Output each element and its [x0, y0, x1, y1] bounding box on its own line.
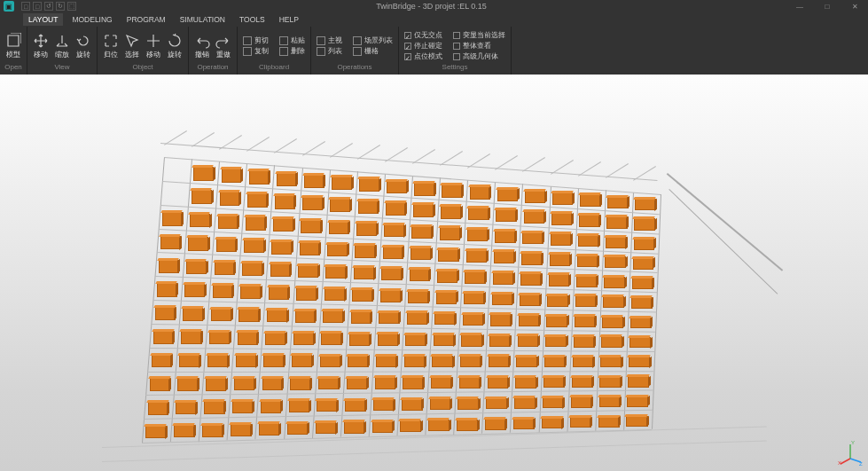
- item-label: 突显当前选择: [463, 30, 505, 40]
- ribbon-item-list[interactable]: 列表: [315, 46, 344, 56]
- ribbon-btn-fit[interactable]: 归位: [101, 33, 121, 59]
- axis-y-label: Y: [851, 441, 855, 445]
- ribbon-btn-move2[interactable]: 移动: [144, 33, 163, 59]
- item-label: 整体查看: [463, 41, 491, 51]
- window-controls: — □ ✕: [786, 0, 868, 12]
- ribbon-item-cut[interactable]: 剪切: [241, 35, 270, 45]
- ribbon-group-operation: 撤销重做Operation: [189, 27, 238, 75]
- ribbon-item-paste[interactable]: 粘贴: [278, 35, 307, 45]
- item-label: 主视: [328, 35, 342, 45]
- quick-button-1[interactable]: □: [33, 2, 42, 11]
- ribbon-item-r3a[interactable]: 点位模式: [403, 51, 444, 61]
- rotate-icon: [75, 33, 91, 49]
- ribbon-item-r3b[interactable]: 高级几何体: [451, 51, 507, 61]
- ribbon-btn-scale[interactable]: 缩放: [52, 33, 72, 59]
- ribbon-group-open: 模型Open: [0, 27, 27, 75]
- checkbox-icon: [404, 32, 411, 39]
- ribbon-group-label: View: [31, 63, 93, 74]
- ribbon-item-r1b[interactable]: 突显当前选择: [451, 30, 507, 40]
- item-label: 列表: [328, 46, 342, 56]
- app-icon: ▣: [4, 1, 14, 12]
- ribbon-item-r1a[interactable]: 仅无交点: [403, 30, 444, 40]
- menu-tab-layout[interactable]: LAYOUT: [23, 13, 63, 26]
- ribbon-btn-rotate[interactable]: 旋转: [74, 33, 93, 59]
- menu-tab-help[interactable]: HELP: [274, 13, 304, 26]
- ribbon-btn-select[interactable]: 选择: [122, 33, 142, 59]
- item-label: 栅格: [364, 46, 379, 56]
- model-icon: [5, 33, 21, 49]
- move2-icon: [145, 33, 161, 49]
- ribbon-group-operations: 主视列表场景列表栅格Operations: [311, 27, 399, 75]
- ribbon-item-delete[interactable]: 删除: [278, 46, 307, 56]
- ribbon-btn-label: 旋转: [76, 50, 90, 59]
- ribbon-btn-label: 撤销: [195, 50, 209, 59]
- checkbox-icon: [453, 43, 460, 50]
- item-icon: [317, 36, 325, 45]
- fit-icon: [103, 33, 119, 49]
- checkbox-icon: [453, 53, 460, 60]
- menu-tabs: LAYOUTMODELINGPROGRAMSIMULATIONTOOLSHELP: [0, 12, 868, 27]
- item-label: 停止碰定: [414, 41, 442, 51]
- ribbon-item-top[interactable]: 主视: [315, 35, 344, 45]
- viewport-3d[interactable]: Y X Z: [0, 75, 868, 471]
- item-label: 仅无交点: [414, 30, 442, 40]
- ribbon-group-object: 归位选择移动旋转Object: [98, 27, 189, 75]
- rot2-icon: [167, 33, 183, 49]
- ribbon-toolbar: 模型Open移动缩放旋转View归位选择移动旋转Object撤销重做Operat…: [0, 27, 868, 75]
- menu-tab-program[interactable]: PROGRAM: [121, 13, 171, 26]
- checkbox-icon: [453, 32, 460, 39]
- maximize-button[interactable]: □: [814, 0, 841, 12]
- svg-line-1: [841, 459, 850, 464]
- ribbon-btn-label: 移动: [146, 50, 160, 59]
- quick-access-toolbar: □□↺↻⬚: [21, 2, 76, 11]
- ribbon-btn-redo[interactable]: 重做: [214, 33, 233, 59]
- quick-button-4[interactable]: ⬚: [67, 2, 76, 11]
- select-icon: [124, 33, 140, 49]
- item-icon: [279, 47, 288, 56]
- item-icon: [317, 47, 325, 56]
- ribbon-group-label: Object: [101, 63, 184, 74]
- ribbon-btn-label: 选择: [125, 50, 139, 59]
- scale-icon: [54, 33, 70, 49]
- item-label: 点位模式: [414, 51, 442, 61]
- checkbox-icon: [404, 53, 411, 60]
- quick-button-0[interactable]: □: [21, 2, 30, 11]
- menu-tab-tools[interactable]: TOOLS: [234, 13, 270, 26]
- ribbon-btn-model[interactable]: 模型: [4, 33, 23, 59]
- ribbon-item-r2b[interactable]: 整体查看: [451, 41, 507, 51]
- ribbon-group-label: Operations: [315, 63, 395, 74]
- item-label: 粘贴: [291, 35, 305, 45]
- item-label: 复制: [254, 46, 269, 56]
- quick-button-3[interactable]: ↻: [56, 2, 65, 11]
- undo-icon: [194, 33, 210, 49]
- ribbon-item-grid[interactable]: 栅格: [351, 46, 395, 56]
- item-icon: [243, 36, 252, 45]
- axis-z-label: Z: [859, 461, 863, 466]
- axis-gizmo[interactable]: Y X Z: [838, 441, 863, 466]
- ribbon-btn-label: 旋转: [168, 50, 182, 59]
- ribbon-group-settings: 仅无交点停止碰定点位模式突显当前选择整体查看高级几何体Settings: [399, 27, 512, 75]
- minimize-button[interactable]: —: [786, 0, 813, 12]
- menu-tab-modeling[interactable]: MODELING: [66, 13, 117, 26]
- ribbon-item-copy[interactable]: 复制: [241, 46, 270, 56]
- ribbon-item-r2a[interactable]: 停止碰定: [403, 41, 444, 51]
- item-label: 场景列表: [364, 35, 393, 45]
- ribbon-btn-move[interactable]: 移动: [31, 33, 51, 59]
- title-bar: ▣ □□↺↻⬚ TwinBridge - 3D projet :EL 0.15 …: [0, 0, 868, 12]
- menu-tab-simulation[interactable]: SIMULATION: [175, 13, 231, 26]
- ribbon-btn-label: 移动: [34, 50, 48, 59]
- quick-button-2[interactable]: ↺: [44, 2, 53, 11]
- ribbon-group-clipboard: 剪切复制粘贴删除Clipboard: [238, 27, 311, 75]
- ribbon-item-scenelist[interactable]: 场景列表: [351, 35, 395, 45]
- ribbon-group-label: Open: [4, 63, 23, 74]
- ribbon-btn-label: 缩放: [55, 50, 69, 59]
- ribbon-btn-label: 重做: [216, 50, 231, 59]
- close-button[interactable]: ✕: [841, 0, 868, 12]
- move-icon: [33, 33, 49, 49]
- ribbon-btn-rot2[interactable]: 旋转: [165, 33, 184, 59]
- ribbon-btn-undo[interactable]: 撤销: [192, 33, 212, 59]
- ribbon-group-label: Clipboard: [241, 63, 307, 74]
- item-icon: [353, 36, 362, 45]
- checkbox-icon: [404, 43, 411, 50]
- ribbon-btn-label: 模型: [6, 50, 20, 59]
